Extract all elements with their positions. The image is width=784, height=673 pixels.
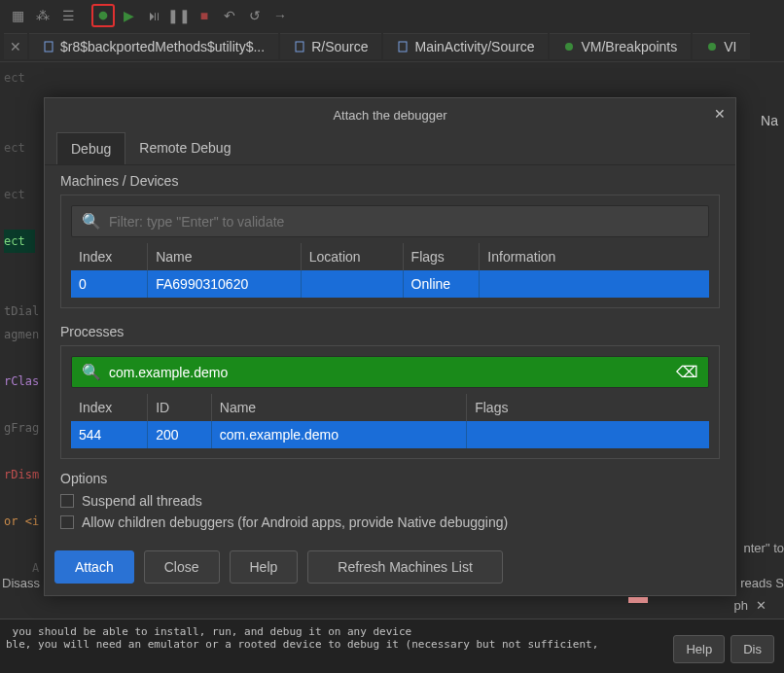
dialog-close-icon[interactable]: ✕ [714, 106, 726, 122]
tab-label: MainActivity/Source [414, 39, 534, 54]
processes-section: Processes 🔍 ⌫ Index ID Name Flags 544 20… [45, 316, 735, 467]
tab-remote-debug[interactable]: Remote Debug [125, 132, 244, 164]
dialog-title-bar: Attach the debugger ✕ [45, 98, 735, 132]
main-toolbar: ▦ ⁂ ☰ ▶ ⏯ ❚❚ ■ ↶ ↺ → [0, 0, 784, 31]
processes-title: Processes [60, 324, 720, 339]
tab-label: VI [724, 39, 736, 54]
col-id: ID [148, 394, 212, 421]
col-index: Index [71, 394, 148, 421]
toolbar-redo-icon[interactable]: → [268, 4, 292, 27]
right-na-label: Na [761, 113, 778, 128]
processes-filter[interactable]: 🔍 ⌫ [71, 356, 709, 388]
console-dismiss-button[interactable]: Dis [731, 635, 774, 663]
editor-tabs: ✕ $r8$backportedMethods$utility$... R/So… [0, 31, 784, 62]
toolbar-pause-icon[interactable]: ❚❚ [167, 4, 191, 27]
right-threads-label: reads S [740, 576, 784, 590]
svg-point-4 [565, 43, 573, 51]
toolbar-list-icon[interactable]: ☰ [56, 4, 80, 27]
options-section: Options Suspend all threads Allow childr… [45, 467, 735, 545]
tab-label: R/Source [311, 39, 368, 54]
refresh-button[interactable]: Refresh Machines List [307, 550, 503, 584]
ph-label: ph [734, 598, 748, 613]
col-location: Location [301, 243, 403, 270]
dialog-title: Attach the debugger [333, 108, 446, 123]
checkbox-label: Suspend all threads [82, 493, 202, 509]
close-tag-icon[interactable]: ✕ [756, 598, 766, 613]
checkbox-icon [60, 494, 74, 508]
right-enter-hint: nter" to [744, 541, 784, 555]
machines-section: Machines / Devices 🔍 Index Name Location… [45, 165, 735, 316]
col-name: Name [211, 394, 466, 421]
col-index: Index [71, 243, 148, 270]
code-gutter: ect v0 ect v ect v ect v tDialog agment … [0, 62, 39, 584]
tab-debug[interactable]: Debug [56, 132, 125, 164]
checkbox-icon [60, 515, 74, 529]
machines-filter-input[interactable] [109, 214, 698, 230]
close-button[interactable]: Close [144, 550, 220, 584]
tab-r-source[interactable]: R/Source [280, 33, 381, 59]
options-title: Options [60, 471, 720, 486]
bg-disass-label: Disass [2, 576, 40, 590]
minimap-marker [628, 597, 648, 603]
search-icon: 🔍 [82, 363, 101, 381]
attach-debugger-dialog: Attach the debugger ✕ Debug Remote Debug… [44, 97, 736, 596]
suspend-threads-checkbox[interactable]: Suspend all threads [60, 490, 720, 512]
dialog-buttons: Attach Close Help Refresh Machines List [45, 545, 735, 595]
toolbar-undo-icon[interactable]: ↺ [243, 4, 267, 27]
tab-mainactivity[interactable]: MainActivity/Source [383, 33, 548, 59]
svg-rect-2 [296, 42, 303, 52]
dialog-tabs: Debug Remote Debug [45, 132, 735, 165]
toolbar-nodes-icon[interactable]: ⁂ [31, 4, 54, 27]
attach-button[interactable]: Attach [54, 550, 134, 584]
toolbar-step-icon[interactable]: ↶ [218, 4, 241, 27]
col-flags: Flags [467, 394, 709, 421]
toolbar-stop-icon[interactable]: ■ [193, 4, 216, 27]
toolbar-pause-step-icon[interactable]: ⏯ [142, 4, 165, 27]
status-tags: ph ✕ [734, 598, 766, 613]
tab-label: VM/Breakpoints [581, 39, 677, 54]
table-header-row: Index Name Location Flags Information [71, 243, 709, 270]
svg-rect-3 [399, 42, 407, 52]
table-row[interactable]: 0 FA6990310620 Online [71, 270, 709, 298]
search-icon: 🔍 [82, 212, 101, 230]
svg-rect-1 [45, 42, 53, 52]
console-output: you should be able to install, run, and … [0, 620, 663, 673]
console-help-button[interactable]: Help [673, 635, 725, 663]
col-flags: Flags [403, 243, 480, 270]
col-name: Name [148, 243, 301, 270]
tab-close-icon[interactable]: ✕ [4, 33, 27, 59]
toolbar-grid-icon[interactable]: ▦ [6, 4, 29, 27]
toolbar-debug-icon[interactable] [91, 4, 115, 27]
svg-point-5 [708, 43, 716, 51]
tab-breakpoints[interactable]: VM/Breakpoints [550, 33, 691, 59]
col-info: Information [480, 243, 709, 270]
help-button[interactable]: Help [230, 550, 299, 584]
clear-filter-icon[interactable]: ⌫ [676, 363, 698, 381]
processes-table: Index ID Name Flags 544 200 com.example.… [71, 394, 709, 448]
processes-filter-input[interactable] [109, 365, 668, 380]
machines-filter[interactable]: 🔍 [71, 205, 709, 237]
table-header-row: Index ID Name Flags [71, 394, 709, 421]
console-panel: you should be able to install, run, and … [0, 619, 784, 673]
machines-table: Index Name Location Flags Information 0 … [71, 243, 709, 298]
toolbar-play-icon[interactable]: ▶ [117, 4, 140, 27]
checkbox-label: Allow children debuggers (for Android ap… [82, 514, 508, 530]
tab-backported[interactable]: $r8$backportedMethods$utility$... [29, 33, 278, 59]
tab-label: $r8$backportedMethods$utility$... [60, 39, 265, 54]
children-debuggers-checkbox[interactable]: Allow children debuggers (for Android ap… [60, 512, 720, 533]
table-row[interactable]: 544 200 com.example.demo [71, 421, 709, 448]
svg-point-0 [99, 12, 108, 20]
machines-title: Machines / Devices [60, 173, 720, 189]
tab-vi[interactable]: VI [693, 33, 750, 59]
